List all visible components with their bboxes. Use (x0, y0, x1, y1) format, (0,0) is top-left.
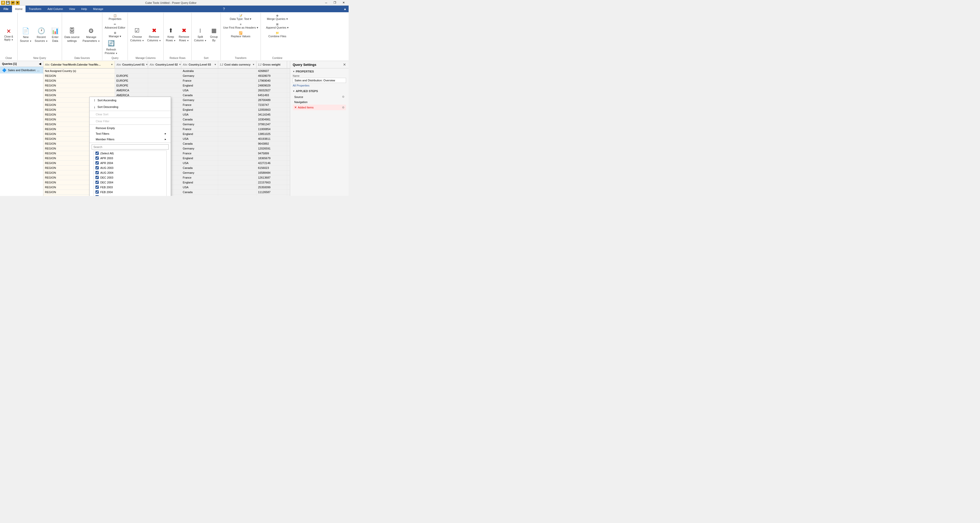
filter-list-item[interactable]: JAN 2003 (94, 194, 166, 196)
col-header-0[interactable]: Abc Calendar Year/Month.Calendar Year/Mo… (43, 61, 115, 68)
filter-search-input[interactable] (92, 145, 169, 149)
advanced-editor-button[interactable]: ✏ Advanced Editor (103, 22, 127, 30)
filter-item-label: (Select All) (100, 152, 114, 155)
filter-item-label: JAN 2003 (100, 196, 113, 196)
help-icon[interactable]: ? (221, 6, 227, 12)
filter-list[interactable]: (Select All)APR 2003APR 2004AUG 2003AUG … (94, 151, 167, 196)
query-item-sales[interactable]: 🔷 Sales and Distribution: O... (0, 67, 43, 73)
new-source-button[interactable]: 📄 NewSource ▼ (19, 26, 33, 43)
undo-icon[interactable]: ↩ (11, 1, 15, 5)
filter-checkbox[interactable] (95, 190, 99, 194)
col-dropdown-3[interactable]: ▼ (214, 63, 216, 66)
keep-rows-button[interactable]: ⬆ KeepRows ▼ (165, 26, 177, 43)
member-filters-item[interactable]: Member Filters ► (89, 137, 171, 142)
tab-view[interactable]: View (66, 6, 78, 12)
filter-checkbox[interactable] (95, 156, 99, 160)
step-added-items[interactable]: ✕ Added Items ⚙ (293, 105, 346, 110)
replace-values-button[interactable]: 🔁 Replace Values (222, 30, 259, 39)
enter-data-button[interactable]: 📊 EnterData (49, 26, 61, 43)
manage-parameters-button[interactable]: ⚙ ManageParameters ▼ (81, 26, 101, 43)
sort-descending-item[interactable]: ↓ Sort Descending (89, 103, 171, 110)
tab-add-column[interactable]: Add Column (45, 6, 66, 12)
filter-list-item[interactable]: FEB 2003 (94, 185, 166, 189)
title-bar-title: Cube Tools Untitled - Power Query Editor (20, 1, 322, 4)
sort-ascending-item[interactable]: ↑ Sort Ascending (89, 97, 171, 103)
table-cell: Canada (181, 190, 218, 194)
filter-list-item[interactable]: APR 2004 (94, 161, 166, 165)
remove-columns-button[interactable]: ✖ RemoveColumns ▼ (146, 26, 162, 43)
table-cell: 40193811 (256, 137, 287, 141)
remove-rows-button[interactable]: ✖ RemoveRows ▼ (177, 26, 190, 43)
split-column-button[interactable]: ⫶ SplitColumn ▼ (192, 26, 208, 43)
col-header-1[interactable]: Abc Country.Level 01 ▼ (115, 61, 148, 68)
title-bar-controls[interactable]: ─ ❐ ✕ (322, 0, 348, 5)
query-name-input[interactable] (293, 78, 346, 83)
col-dropdown-0[interactable]: ▼ (111, 63, 113, 66)
combine-buttons: ⊕ Merge Queries ▾ ⊞ Append Queries ▾ 📁 C… (262, 13, 293, 56)
properties-button[interactable]: 📋 Properties (103, 13, 127, 21)
group-by-button[interactable]: ▦ GroupBy (208, 26, 220, 43)
tab-home[interactable]: Home (12, 6, 25, 12)
col-header-4[interactable]: 1.2 Cost stats currency ▼ (218, 61, 256, 68)
tab-transform[interactable]: Transform (25, 6, 45, 12)
filter-list-item[interactable]: FEB 2004 (94, 189, 166, 194)
filter-list-item[interactable]: AUG 2004 (94, 170, 166, 175)
col-header-5[interactable]: 1.2 Gross weight (256, 61, 287, 68)
filter-list-item[interactable]: DEC 2004 (94, 180, 166, 185)
close-group-label: Close (1, 56, 16, 60)
table-cell (218, 83, 256, 88)
tab-help[interactable]: Help (78, 6, 90, 12)
col-dropdown-2[interactable]: ▼ (179, 63, 181, 66)
all-properties-link[interactable]: All Properties (293, 84, 346, 87)
col-header-2[interactable]: Abc Country.Level 02 ▼ (148, 61, 181, 68)
step-navigation[interactable]: Navigation (293, 100, 346, 105)
filter-checkbox[interactable] (95, 166, 99, 169)
filter-list-item[interactable]: (Select All) (94, 151, 166, 156)
data-type-button[interactable]: 📝 Data Type: Text ▾ (222, 13, 259, 21)
tab-manage[interactable]: Manage (90, 6, 107, 12)
merge-queries-icon: ⊕ (276, 14, 278, 17)
minimize-ribbon-icon[interactable]: ▲ (342, 6, 348, 12)
col-dropdown-4[interactable]: ▼ (252, 63, 255, 66)
more-icon[interactable]: ▼ (16, 1, 20, 5)
clear-filter-item: Clear Filter (89, 118, 171, 124)
recent-sources-button[interactable]: 🕐 RecentSources ▼ (33, 26, 49, 43)
col-dropdown-1[interactable]: ▼ (146, 63, 148, 66)
filter-checkbox[interactable] (95, 151, 99, 155)
append-queries-button[interactable]: ⊞ Append Queries ▾ (262, 22, 293, 30)
filter-list-item[interactable]: DEC 2003 (94, 175, 166, 180)
remove-rows-label: RemoveRows ▼ (179, 35, 189, 42)
step-source[interactable]: Source ⚙ (293, 94, 346, 100)
use-first-row-button[interactable]: ≡ Use First Row as Headers ▾ (222, 22, 259, 30)
close-button[interactable]: ✕ (339, 0, 348, 5)
queries-panel-toggle[interactable]: ◀ (39, 62, 41, 65)
filter-checkbox[interactable] (95, 195, 99, 196)
settings-header: Query Settings ✕ (290, 61, 348, 68)
filter-checkbox[interactable] (95, 161, 99, 165)
merge-queries-button[interactable]: ⊕ Merge Queries ▾ (262, 13, 293, 21)
manage-button[interactable]: ⚙ Manage ▾ (103, 30, 127, 39)
data-source-settings-button[interactable]: 🗄 Data sourcesettings (63, 26, 81, 43)
manage-columns-buttons: ☑ ChooseColumns ▼ ✖ RemoveColumns ▼ (129, 13, 162, 56)
filter-list-item[interactable]: AUG 2003 (94, 165, 166, 170)
restore-button[interactable]: ❐ (331, 0, 339, 5)
text-filters-item[interactable]: Text Filters ► (89, 131, 171, 137)
save-icon[interactable]: 💾 (6, 1, 10, 5)
table-cell: England (181, 156, 218, 161)
refresh-preview-button[interactable]: 🔄 RefreshPreview ▼ (103, 39, 119, 56)
remove-empty-item[interactable]: Remove Empty (89, 125, 171, 131)
filter-list-item[interactable]: APR 2003 (94, 156, 166, 161)
combine-files-button[interactable]: 📁 Combine Files (262, 30, 293, 39)
choose-columns-button[interactable]: ☑ ChooseColumns ▼ (129, 26, 145, 43)
col-header-3[interactable]: Abc Country.Level 03 ▼ (181, 61, 218, 68)
filter-checkbox[interactable] (95, 171, 99, 174)
close-apply-button[interactable]: ✕ Close &Apply ▼ (1, 26, 16, 43)
settings-close-button[interactable]: ✕ (343, 62, 346, 67)
filter-checkbox[interactable] (95, 181, 99, 184)
filter-checkbox[interactable] (95, 186, 99, 189)
minimize-button[interactable]: ─ (322, 0, 330, 5)
step-source-gear-icon[interactable]: ⚙ (342, 95, 345, 99)
step-added-items-gear-icon[interactable]: ⚙ (342, 106, 345, 109)
tab-file[interactable]: File (0, 6, 12, 12)
filter-checkbox[interactable] (95, 176, 99, 179)
